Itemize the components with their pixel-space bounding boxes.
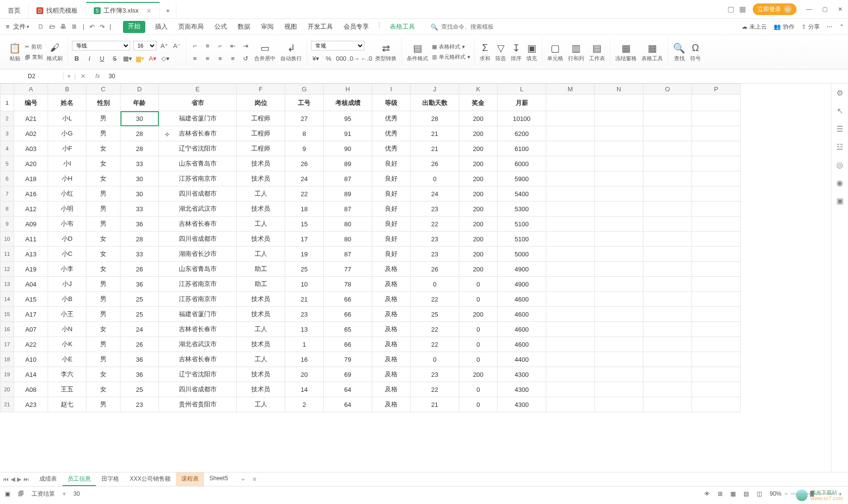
cell[interactable]: 男 [87, 217, 121, 232]
cell[interactable]: 良好 [372, 186, 411, 202]
cell[interactable]: 女 [87, 156, 121, 171]
cell[interactable] [692, 171, 741, 186]
cell[interactable]: 21 [411, 126, 459, 141]
row-header[interactable]: 15 [0, 307, 14, 322]
view-eye-icon[interactable]: 👁 [704, 490, 710, 497]
cell[interactable]: A04 [14, 277, 48, 292]
cell[interactable]: 200 [459, 247, 498, 262]
cell[interactable]: 江苏省南京市 [159, 292, 237, 307]
col-header[interactable]: E [159, 84, 237, 95]
fx-icon[interactable]: fx [90, 73, 104, 80]
rowcol-button[interactable]: ▥行和列 [567, 42, 585, 62]
redo-icon[interactable]: ↷ [100, 23, 105, 31]
cell[interactable]: 28 [121, 126, 159, 141]
cell[interactable]: 0 [411, 171, 459, 186]
cell[interactable]: 0 [459, 397, 498, 412]
cell[interactable] [595, 262, 643, 277]
cell[interactable]: 22 [285, 186, 324, 202]
cell[interactable]: 25 [411, 307, 459, 322]
cell[interactable]: 4300 [498, 382, 546, 397]
cell[interactable]: 技术员 [237, 202, 285, 217]
cell[interactable]: 助工 [237, 262, 285, 277]
cell[interactable] [692, 111, 741, 126]
col-header[interactable]: M [546, 84, 595, 95]
cell[interactable]: 工程师 [237, 126, 285, 141]
cell[interactable] [692, 156, 741, 171]
search-input[interactable] [440, 23, 501, 31]
clear-format-button[interactable]: ◇▾ [160, 53, 170, 63]
cell[interactable]: A18 [14, 171, 48, 186]
cell[interactable]: 湖南省长沙市 [159, 247, 237, 262]
cell[interactable]: 及格 [372, 262, 411, 277]
cell[interactable] [643, 156, 692, 171]
cell[interactable]: 0 [411, 277, 459, 292]
cell[interactable] [643, 186, 692, 202]
cell[interactable] [643, 202, 692, 217]
sp-settings-icon[interactable]: ⚙ [836, 88, 843, 98]
col-header[interactable]: A [14, 84, 48, 95]
type-convert-button[interactable]: ⇄ 类型转换 [374, 42, 398, 62]
cell[interactable]: 男 [87, 292, 121, 307]
cell[interactable]: 女 [87, 262, 121, 277]
cell[interactable]: 男 [87, 126, 121, 141]
cell[interactable] [546, 262, 595, 277]
cell[interactable]: 77 [324, 262, 372, 277]
sp-camera-icon[interactable]: ◎ [836, 160, 843, 169]
add-sheet-icon[interactable]: ＋ [235, 475, 251, 484]
cell[interactable]: 及格 [372, 382, 411, 397]
formula-input[interactable]: 30 [104, 73, 119, 80]
print-preview-icon[interactable]: 🗎 [71, 23, 78, 31]
status-edit-icon[interactable]: ▣ [5, 490, 10, 497]
sheet-tab[interactable]: 课程表 [176, 472, 204, 486]
cell[interactable] [595, 126, 643, 141]
cell[interactable]: 技术员 [237, 337, 285, 352]
cell[interactable]: 小D [48, 232, 87, 247]
open-file-icon[interactable]: 🗁 [49, 23, 55, 31]
cell[interactable] [643, 141, 692, 156]
status-sheet-icon[interactable]: 🗐 [18, 490, 24, 497]
cell[interactable] [595, 202, 643, 217]
cell[interactable]: A14 [14, 367, 48, 382]
cell[interactable]: 78 [324, 277, 372, 292]
row-header[interactable]: 11 [0, 247, 14, 262]
cell[interactable] [546, 232, 595, 247]
header-cell[interactable]: 编号 [14, 95, 48, 111]
cell[interactable]: 优秀 [372, 111, 411, 126]
cell[interactable] [595, 367, 643, 382]
sp-target-icon[interactable]: ◉ [836, 178, 843, 187]
cell[interactable]: 女 [87, 141, 121, 156]
tab-view[interactable]: 视图 [283, 21, 298, 33]
cell[interactable]: 200 [459, 126, 498, 141]
header-cell[interactable] [546, 95, 595, 111]
col-header[interactable]: N [595, 84, 643, 95]
name-box-dd-icon[interactable]: ▾ [64, 73, 74, 80]
cell[interactable]: 小N [48, 322, 87, 337]
cell[interactable]: 28 [411, 111, 459, 126]
close-icon[interactable]: ✕ [146, 7, 152, 15]
tab-tabletools[interactable]: 表格工具 [389, 21, 416, 33]
cell[interactable]: 小I [48, 156, 87, 171]
row-header[interactable]: 4 [0, 141, 14, 156]
cell[interactable]: 65 [324, 322, 372, 337]
cell[interactable]: 4300 [498, 367, 546, 382]
cell[interactable]: 26 [285, 156, 324, 171]
cell[interactable]: 91 [324, 126, 372, 141]
cell[interactable]: A03 [14, 141, 48, 156]
tab-vip[interactable]: 会员专享 [343, 21, 370, 33]
cell[interactable] [546, 186, 595, 202]
cell[interactable]: 4400 [498, 352, 546, 367]
cell[interactable]: 吉林省长春市 [159, 217, 237, 232]
cell[interactable] [643, 217, 692, 232]
cell[interactable]: 23 [411, 232, 459, 247]
cut-button[interactable]: ✂ 剪切 [25, 43, 43, 50]
row-header[interactable]: 10 [0, 232, 14, 247]
cell[interactable]: 吉林省长春市 [159, 352, 237, 367]
cell[interactable] [595, 111, 643, 126]
justify-icon[interactable]: ≡ [228, 53, 238, 63]
cell[interactable]: 优秀 [372, 126, 411, 141]
share-button[interactable]: ⇪ 分享 [801, 23, 820, 31]
cell[interactable] [692, 141, 741, 156]
cell[interactable]: 良好 [372, 232, 411, 247]
cell[interactable] [692, 337, 741, 352]
worksheet-button[interactable]: ▤工作表 [588, 42, 606, 62]
